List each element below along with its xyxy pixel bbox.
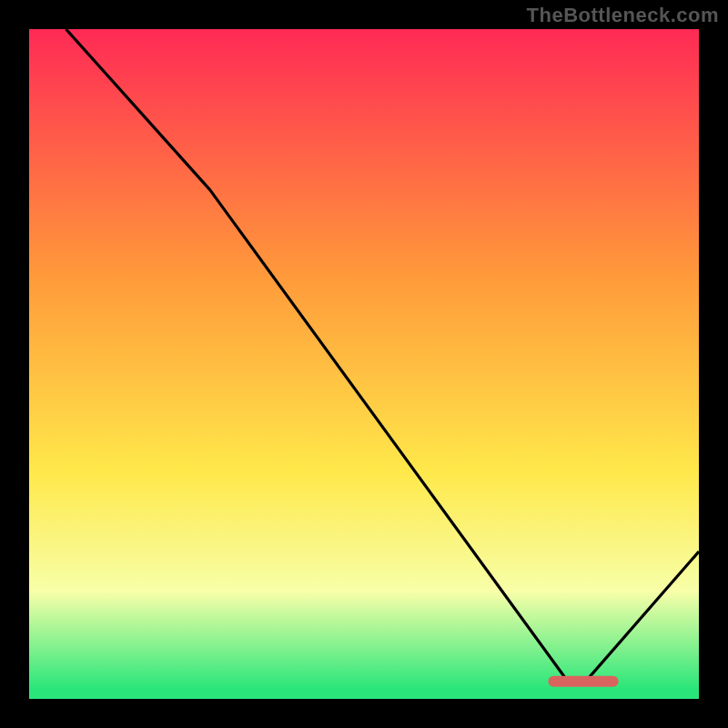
- chart-svg: [29, 29, 699, 699]
- gradient-fill: [29, 29, 699, 699]
- optimum-marker: [548, 676, 618, 687]
- plot-area: [29, 29, 699, 699]
- chart-stage: TheBottleneck.com: [0, 0, 728, 728]
- watermark-text: TheBottleneck.com: [527, 4, 719, 27]
